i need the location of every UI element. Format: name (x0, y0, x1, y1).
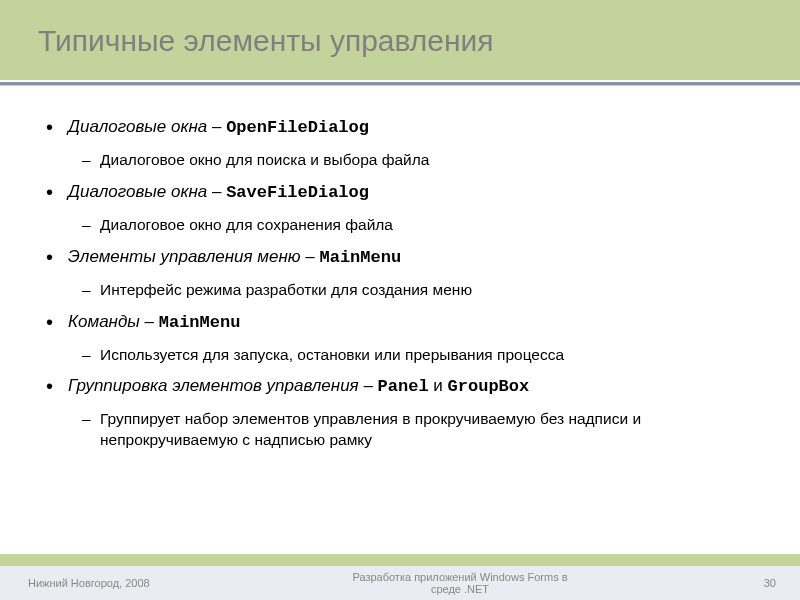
item-label: Диалоговые окна (68, 182, 207, 201)
code-token: OpenFileDialog (226, 118, 369, 137)
list-item: Элементы управления меню – MainMenu Инте… (40, 246, 760, 301)
sub-list: Группирует набор элементов управления в … (68, 409, 760, 451)
sub-list: Диалоговое окно для сохранения файла (68, 215, 760, 236)
footer-info: Нижний Новгород, 2008 Разработка приложе… (0, 566, 800, 600)
sub-list: Диалоговое окно для поиска и выбора файл… (68, 150, 760, 171)
dash: – (305, 247, 319, 266)
list-item: Диалоговые окна – SaveFileDialog Диалого… (40, 181, 760, 236)
list-item: Команды – MainMenu Используется для запу… (40, 311, 760, 366)
bullet-list: Диалоговые окна – OpenFileDialog Диалого… (40, 116, 760, 451)
list-item: Диалоговые окна – OpenFileDialog Диалого… (40, 116, 760, 171)
item-label: Диалоговые окна (68, 117, 207, 136)
code-token: GroupBox (448, 377, 530, 396)
dash: – (363, 376, 377, 395)
dash: – (212, 182, 226, 201)
item-label: Группировка элементов управления (68, 376, 359, 395)
code-token: Panel (378, 377, 429, 396)
footer-line2: среде .NET (431, 583, 489, 595)
footer: Нижний Новгород, 2008 Разработка приложе… (0, 554, 800, 600)
sub-item: Интерфейс режима разработки для создания… (68, 280, 760, 301)
sub-item: Группирует набор элементов управления в … (68, 409, 760, 451)
sub-list: Интерфейс режима разработки для создания… (68, 280, 760, 301)
and: и (433, 376, 447, 395)
sub-item: Диалоговое окно для сохранения файла (68, 215, 760, 236)
footer-line1: Разработка приложений Windows Forms в (352, 571, 567, 583)
footer-accent (0, 554, 800, 566)
slide-title: Типичные элементы управления (38, 24, 762, 58)
title-bar: Типичные элементы управления (0, 0, 800, 82)
code-token: SaveFileDialog (226, 183, 369, 202)
item-label: Элементы управления меню (68, 247, 301, 266)
code-token: MainMenu (159, 313, 241, 332)
dash: – (212, 117, 226, 136)
content-area: Диалоговые окна – OpenFileDialog Диалого… (0, 86, 800, 451)
dash: – (145, 312, 159, 331)
sub-list: Используется для запуска, остановки или … (68, 345, 760, 366)
item-label: Команды (68, 312, 140, 331)
page-number: 30 (720, 577, 800, 589)
footer-location: Нижний Новгород, 2008 (0, 577, 200, 589)
list-item: Группировка элементов управления – Panel… (40, 375, 760, 451)
sub-item: Используется для запуска, остановки или … (68, 345, 760, 366)
code-token: MainMenu (320, 248, 402, 267)
sub-item: Диалоговое окно для поиска и выбора файл… (68, 150, 760, 171)
footer-course: Разработка приложений Windows Forms в ср… (200, 571, 720, 595)
